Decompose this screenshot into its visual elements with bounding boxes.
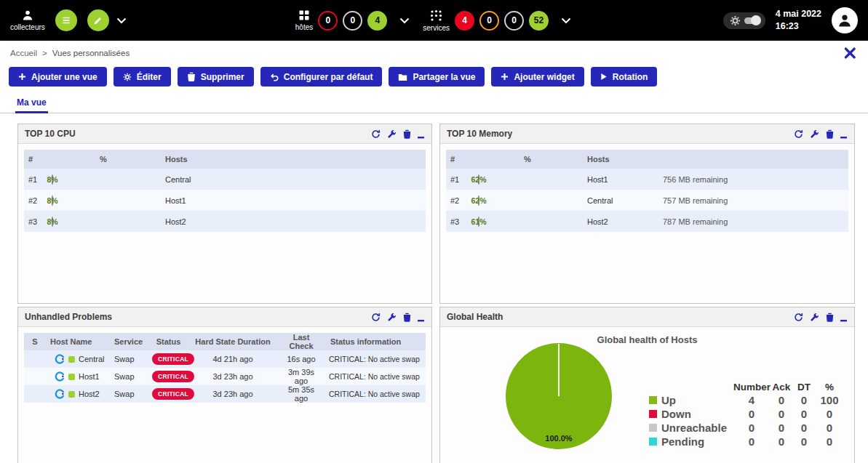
gear-icon bbox=[123, 73, 132, 81]
pollers-edit-button[interactable] bbox=[87, 9, 109, 31]
last-check: 5m 35s ago bbox=[276, 385, 326, 403]
user-avatar[interactable] bbox=[832, 7, 858, 33]
breadcrumb-home-link[interactable]: Accueil bbox=[10, 49, 37, 57]
breadcrumb-current: Vues personnalisées bbox=[52, 49, 130, 57]
wrench-icon[interactable] bbox=[387, 129, 397, 139]
plus-icon bbox=[18, 73, 26, 81]
folder-icon bbox=[398, 73, 407, 81]
problems-table: S Host Name Service Status Hard State Du… bbox=[24, 333, 426, 403]
widget-title: TOP 10 CPU bbox=[25, 129, 76, 139]
status-badge: CRITICAL bbox=[152, 353, 194, 365]
services-warning-badge[interactable]: 0 bbox=[479, 11, 499, 31]
user-avatar-icon bbox=[837, 13, 852, 28]
cpu-table-header: # % Hosts bbox=[24, 150, 426, 169]
add-view-button[interactable]: Ajouter une vue bbox=[9, 67, 107, 86]
tab-ma-vue[interactable]: Ma vue bbox=[15, 94, 48, 113]
host-link[interactable]: Host2 bbox=[583, 217, 658, 226]
problem-row[interactable]: Central Swap CRITICAL 4d 21h ago 16s ago… bbox=[24, 350, 426, 368]
hosts-menu[interactable]: hôtes bbox=[295, 9, 313, 31]
host-link[interactable]: Host2 bbox=[161, 217, 426, 226]
memory-row: #3 61% Host2 787 MB remaining bbox=[446, 211, 848, 232]
wrench-icon[interactable] bbox=[387, 313, 397, 322]
host-link[interactable]: Host1 bbox=[161, 196, 426, 205]
collectors-label: collecteurs bbox=[10, 23, 45, 31]
hosts-unreachable-badge[interactable]: 0 bbox=[343, 11, 362, 31]
host-link[interactable]: Host1 bbox=[583, 175, 658, 184]
services-unknown-badge[interactable]: 0 bbox=[504, 11, 524, 31]
health-legend: Number Ack DT % Up 4 0 0 100 Down 0 0 0 bbox=[649, 381, 844, 448]
widget-unhandled-header: Unhandled Problems bbox=[18, 307, 431, 327]
cpu-usage-bar: 8% bbox=[52, 196, 53, 206]
services-status-group: services 4 0 0 52 bbox=[423, 9, 571, 32]
hosts-down-badge[interactable]: 0 bbox=[318, 11, 338, 31]
pending-color-swatch bbox=[649, 438, 657, 446]
host-link[interactable]: Host1 bbox=[79, 372, 100, 381]
edit-view-button[interactable]: Éditer bbox=[114, 67, 171, 86]
add-widget-button[interactable]: Ajouter widget bbox=[491, 67, 584, 86]
host-link[interactable]: Host2 bbox=[79, 390, 100, 398]
up-color-swatch bbox=[649, 396, 657, 404]
cpu-usage-bar: 8% bbox=[52, 174, 53, 185]
refresh-icon[interactable] bbox=[794, 129, 803, 139]
services-critical-badge[interactable]: 4 bbox=[455, 11, 474, 31]
cpu-row: #3 8% Host2 bbox=[24, 211, 426, 232]
rotation-button[interactable]: Rotation bbox=[591, 67, 658, 86]
widget-title: Global Health bbox=[447, 312, 503, 322]
cpu-table: # % Hosts #1 8% Central #2 8% Host1 #3 8… bbox=[24, 150, 426, 232]
minimize-icon[interactable] bbox=[840, 313, 848, 322]
services-ok-badge[interactable]: 52 bbox=[529, 11, 549, 31]
trash-icon[interactable] bbox=[826, 129, 834, 139]
services-chevron-down-icon[interactable] bbox=[561, 17, 571, 24]
share-view-button[interactable]: Partager la vue bbox=[389, 67, 485, 86]
display-settings-toggle[interactable] bbox=[723, 12, 765, 29]
hosts-chevron-down-icon[interactable] bbox=[399, 17, 410, 24]
default-config-button[interactable]: Configurer par défaut bbox=[260, 67, 383, 86]
widget-top-cpu-header: TOP 10 CPU bbox=[18, 124, 431, 144]
host-up-icon bbox=[68, 374, 75, 380]
pencil-icon bbox=[93, 16, 103, 25]
status-badge: CRITICAL bbox=[152, 371, 194, 382]
service-link[interactable]: Swap bbox=[110, 390, 148, 398]
person-icon bbox=[22, 9, 33, 21]
memory-usage-bar: 62% bbox=[478, 196, 479, 206]
host-link[interactable]: Central bbox=[79, 355, 104, 363]
trash-icon[interactable] bbox=[403, 129, 411, 139]
pie-slice-divider bbox=[558, 344, 560, 396]
host-link[interactable]: Central bbox=[161, 175, 426, 184]
status-information: CRITICAL: No active swap bbox=[326, 355, 426, 363]
service-link[interactable]: Swap bbox=[110, 372, 148, 381]
widget-title: TOP 10 Memory bbox=[447, 129, 512, 139]
hosts-up-badge[interactable]: 4 bbox=[367, 11, 387, 31]
refresh-icon[interactable] bbox=[371, 129, 381, 139]
refresh-icon[interactable] bbox=[371, 313, 381, 322]
pollers-list-button[interactable] bbox=[55, 9, 77, 31]
minimize-icon[interactable] bbox=[418, 129, 425, 139]
memory-remaining: 787 MB remaining bbox=[658, 217, 848, 226]
host-up-icon bbox=[68, 356, 75, 363]
refresh-icon[interactable] bbox=[794, 313, 803, 322]
trash-icon[interactable] bbox=[403, 313, 411, 322]
widget-unhandled-body: S Host Name Service Status Hard State Du… bbox=[18, 327, 431, 463]
hard-state-duration: 3d 23h ago bbox=[189, 390, 276, 398]
delete-view-button[interactable]: Supprimer bbox=[178, 67, 254, 86]
wrench-icon[interactable] bbox=[810, 129, 819, 139]
collectors-chevron-down-icon[interactable] bbox=[116, 17, 127, 24]
current-date: 4 mai 2022 bbox=[776, 8, 821, 20]
minimize-icon[interactable] bbox=[840, 129, 848, 139]
host-link[interactable]: Central bbox=[583, 196, 658, 205]
crossed-tools-icon[interactable] bbox=[842, 45, 858, 61]
hard-state-duration: 4d 21h ago bbox=[189, 355, 276, 363]
memory-table: # % Hosts #1 62% Host1 756 MB remaining … bbox=[446, 150, 848, 232]
widget-top-memory-body: # % Hosts #1 62% Host1 756 MB remaining … bbox=[440, 144, 854, 303]
problem-row[interactable]: Host1 Swap CRITICAL 3d 23h ago 3m 39s ag… bbox=[24, 368, 426, 385]
status-information: CRITICAL: No active swap bbox=[326, 390, 426, 398]
problem-row[interactable]: Host2 Swap CRITICAL 3d 23h ago 5m 35s ag… bbox=[24, 385, 426, 403]
list-icon bbox=[61, 15, 71, 25]
trash-icon[interactable] bbox=[826, 313, 834, 322]
collectors-menu[interactable]: collecteurs bbox=[10, 9, 45, 31]
last-check: 16s ago bbox=[276, 355, 326, 363]
wrench-icon[interactable] bbox=[810, 313, 819, 322]
services-menu[interactable]: services bbox=[423, 9, 450, 32]
minimize-icon[interactable] bbox=[418, 313, 425, 322]
service-link[interactable]: Swap bbox=[110, 355, 148, 363]
